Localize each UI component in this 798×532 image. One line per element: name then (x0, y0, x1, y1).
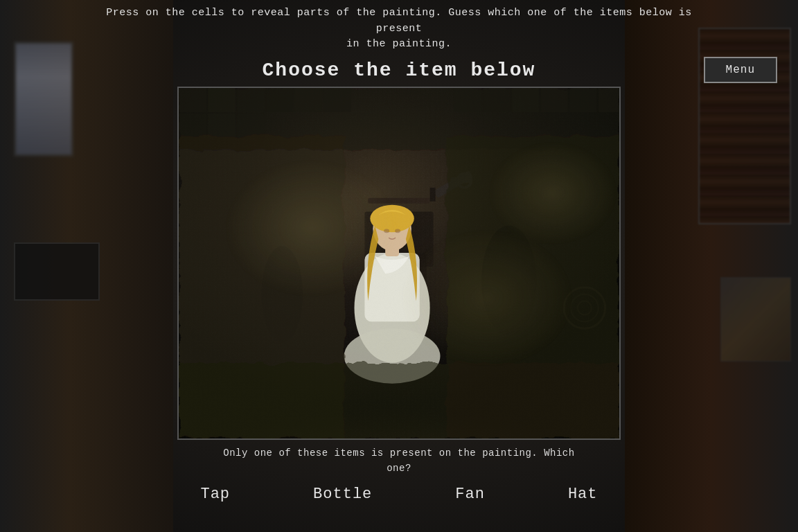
menu-button[interactable]: Menu (704, 57, 777, 83)
instruction-line2: in the painting. (346, 38, 452, 50)
instruction-line1: Press on the cells to reveal parts of th… (106, 7, 692, 35)
choice-hat[interactable]: Hat (561, 483, 605, 506)
choices-row: Tap Bottle Fan Hat (177, 483, 621, 506)
bottom-text: Only one of these items is present on th… (223, 445, 574, 477)
painting-svg (179, 88, 619, 438)
choice-fan[interactable]: Fan (448, 483, 492, 506)
choice-bottle[interactable]: Bottle (306, 483, 379, 506)
main-content: Press on the cells to reveal parts of th… (0, 0, 798, 532)
choice-tap[interactable]: Tap (193, 483, 237, 506)
painting-scene (179, 88, 619, 438)
painting-container[interactable] (177, 87, 621, 440)
instruction-text: Press on the cells to reveal parts of th… (87, 0, 711, 58)
svg-rect-46 (179, 88, 619, 438)
title-area: Choose the item below Menu (0, 60, 798, 81)
page-title: Choose the item below (263, 60, 536, 81)
bottom-text-line2: one? (387, 463, 411, 474)
bottom-text-line1: Only one of these items is present on th… (223, 447, 574, 459)
